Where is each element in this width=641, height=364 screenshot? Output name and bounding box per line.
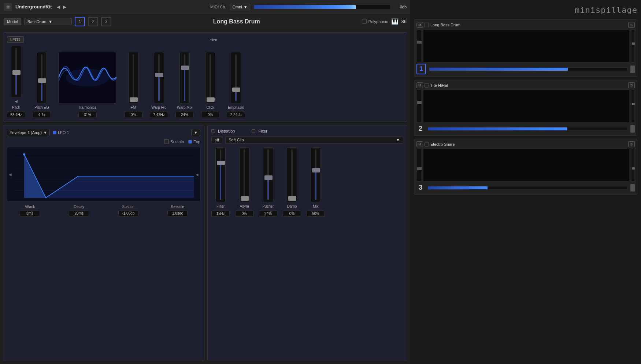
damp-fader[interactable]: [287, 147, 297, 202]
slot-2-button[interactable]: 2: [88, 17, 98, 26]
lfo-label: LFO1: [7, 36, 24, 43]
mix-fader-group: Mix 50%: [307, 147, 325, 217]
fm-value: 0%: [124, 112, 142, 118]
mix-label: Mix: [313, 204, 319, 208]
level-meter: [254, 5, 390, 9]
polyphonic-checkbox[interactable]: [362, 19, 367, 24]
mode-label: off: [211, 136, 222, 144]
nav-arrows: ◀ ▶: [56, 4, 67, 10]
prev-arrow[interactable]: ◀: [56, 4, 61, 10]
env-arrow-right: ◀: [196, 172, 199, 177]
mix-value: 50%: [307, 211, 325, 217]
channel-2-display: [423, 90, 630, 123]
channel-3-fader[interactable]: [416, 149, 422, 182]
channel-3-active-checkbox[interactable]: [425, 142, 429, 146]
filter-ctrl-label: Filter: [216, 204, 225, 208]
channel-3-pan[interactable]: [630, 184, 635, 192]
exp-option: Exp: [188, 140, 200, 144]
pusher-value: 24%: [259, 211, 277, 217]
channel-2-fader[interactable]: [416, 90, 422, 123]
model-dropdown[interactable]: BassDrum ▼: [24, 18, 72, 25]
soft-clip-dropdown[interactable]: Soft Clip ▼: [225, 136, 403, 144]
pitch-eg-fader-group: Pitch EG 4.1x: [33, 52, 51, 118]
warp-frq-fader[interactable]: [154, 52, 164, 103]
exp-label: Exp: [193, 140, 200, 144]
release-label: Release: [171, 205, 184, 209]
channel-1-content: [416, 29, 635, 62]
warp-mix-label: Warp Mix: [177, 105, 192, 109]
channel-1-active-checkbox[interactable]: [425, 23, 429, 27]
channel-2-pan[interactable]: [630, 125, 635, 133]
envelope-display: ◀ ◀: [7, 147, 200, 202]
channel-3-display: [423, 149, 630, 182]
channel-1-pan[interactable]: [630, 66, 635, 73]
fm-fader[interactable]: [128, 52, 138, 103]
next-arrow[interactable]: ▶: [62, 4, 67, 10]
channel-1-display: [423, 29, 630, 62]
emphasis-fader-group: Emphasis 2.24db: [227, 52, 245, 118]
distortion-label: Distortion: [218, 129, 235, 133]
lfo-section-label: LFO 1: [53, 130, 69, 135]
left-panel: ▦ UndergroundKit ◀ ▶ MIDI Ch. Omni ▼ 0db…: [0, 0, 410, 364]
emphasis-fader[interactable]: [231, 52, 241, 103]
warp-mix-value: 24%: [175, 112, 194, 118]
warp-frq-value: 7.42Hz: [150, 112, 168, 118]
pusher-label: Pusher: [262, 204, 274, 208]
synth-header: LFO1 +ive: [7, 36, 403, 43]
attack-group: Attack 3ms: [20, 205, 40, 216]
step-count: 36: [401, 19, 407, 24]
pitch-value: 58.4Hz: [7, 112, 25, 118]
asym-fader-group: Asym 0%: [235, 147, 253, 217]
right-panel: minispillage M Long Bass Drum S 1: [410, 0, 641, 364]
channel-2-header: M Tite HiHat S: [416, 82, 635, 88]
channel-2-mute-button[interactable]: M: [416, 82, 423, 88]
pitch-fader-group: ◀ Pitch 58.4Hz: [7, 46, 25, 118]
filter-ctrl-fader[interactable]: [215, 147, 226, 202]
asym-fader[interactable]: [239, 147, 249, 202]
sustain-checkbox[interactable]: [164, 139, 169, 144]
synth-controls: ◀ Pitch 58.4Hz Pitch EG 4.1x: [7, 46, 403, 118]
sustain-option: Sustain: [164, 139, 184, 144]
channel-2-active-checkbox[interactable]: [425, 83, 429, 88]
slot-3-button[interactable]: 3: [101, 17, 111, 26]
synth-area: LFO1 +ive ◀ Pi: [3, 32, 407, 122]
app-title: minispillage: [414, 4, 637, 16]
channel-strip-2: M Tite HiHat S 2: [414, 80, 637, 136]
svg-point-7: [23, 153, 25, 156]
exp-led: [188, 140, 192, 144]
pusher-fader[interactable]: [263, 147, 273, 202]
channel-1-fader[interactable]: [416, 29, 422, 62]
effects-mode-bar: off Soft Clip ▼: [211, 136, 403, 144]
channel-1-mute-button[interactable]: M: [416, 22, 423, 28]
lfo-dropdown[interactable]: ▼: [191, 129, 200, 136]
channel-3-content: [416, 149, 635, 182]
click-fader-group: Click 0%: [201, 52, 219, 118]
decay-group: Decay 20ms: [69, 205, 89, 216]
model-label: Model: [4, 18, 21, 25]
midi-dropdown[interactable]: Omni ▼: [230, 4, 250, 10]
channel-2-solo-button[interactable]: S: [628, 82, 635, 88]
pitch-eg-fader[interactable]: [37, 52, 47, 103]
channel-3-vol-fader[interactable]: [631, 149, 635, 182]
pitch-eg-value: 4.1x: [33, 112, 51, 118]
effects-section: Distortion Filter off Soft Clip ▼: [207, 125, 407, 361]
click-fader[interactable]: [205, 52, 215, 103]
channel-3-solo-button[interactable]: S: [628, 141, 635, 147]
pitch-fader[interactable]: [11, 46, 21, 97]
polarity-label: +ive: [210, 37, 218, 42]
channel-2-number: 2: [416, 124, 425, 133]
damp-fader-group: Damp 0%: [283, 147, 301, 217]
channel-2-vol-fader[interactable]: [631, 90, 635, 123]
harmonics-label: Harmonics: [79, 105, 96, 109]
mix-fader[interactable]: [311, 147, 321, 202]
channel-1-vol-fader[interactable]: [631, 29, 635, 62]
asym-label: Asym: [240, 204, 249, 208]
slot-1-button[interactable]: 1: [75, 17, 85, 26]
envelope-dropdown[interactable]: Envelope 1 (Amp) ▼: [7, 129, 50, 136]
channel-1-solo-button[interactable]: S: [628, 22, 635, 28]
click-value: 0%: [201, 112, 219, 118]
channel-3-mute-button[interactable]: M: [416, 141, 423, 147]
warp-mix-fader[interactable]: [179, 52, 190, 103]
decay-value: 20ms: [69, 210, 89, 216]
svg-point-1: [66, 68, 109, 86]
